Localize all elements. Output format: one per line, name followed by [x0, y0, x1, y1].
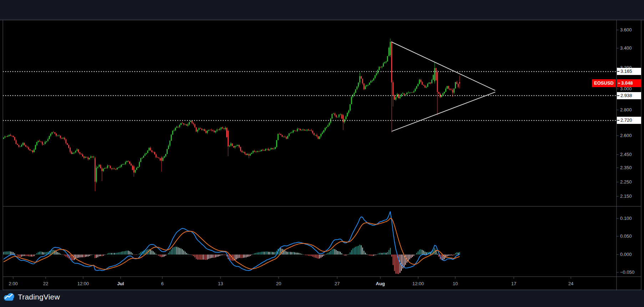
tradingview-logo[interactable]: TradingView	[3, 292, 60, 302]
tradingview-cloud-icon	[3, 292, 15, 302]
tradingview-published-chart: AMBCrypto_TA published on TradingView.co…	[0, 0, 644, 307]
tradingview-logo-text: TradingView	[18, 293, 60, 301]
chart-canvas[interactable]	[0, 0, 644, 307]
